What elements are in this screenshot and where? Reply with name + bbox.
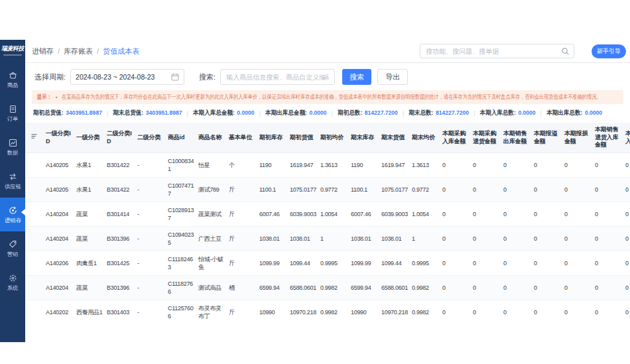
table-cell: 0 [592,202,622,226]
chart-icon [8,138,18,148]
row-gutter-cell [25,153,42,177]
summary-separator: | [473,109,475,117]
breadcrumb: 进销存/库存账表/货值成本表 [32,46,139,56]
table-cell: 斤 [225,178,256,202]
row-gutter-cell [25,178,42,202]
table-cell: C11257606 [164,300,195,323]
sidebar-item-goods[interactable]: 商品 [0,62,25,96]
search-icon[interactable] [561,47,570,56]
table-row: A140205水果1B301422-C10008341恒星个11901619.9… [25,153,630,178]
table-cell: 0 [470,300,500,323]
sidebar-item-label: 系统 [7,285,19,290]
row-gutter-cell [25,202,42,226]
table-cell: 0 [500,153,531,177]
table-cell: C11182463 [164,251,195,275]
search-button[interactable]: 搜索 [342,69,371,85]
table-cell: 1.3613 [409,153,439,177]
gear-icon [8,273,18,283]
table-cell: 0 [439,300,470,323]
breadcrumb-item[interactable]: 货值成本表 [103,46,139,56]
table-cell: 0 [439,276,470,300]
table-cell: - [134,202,164,226]
sidebar-item-marketing[interactable]: 营销 [0,231,25,265]
export-button[interactable]: 导出 [377,69,408,85]
column-header: 基本单位 [225,123,256,152]
product-search-input[interactable] [220,69,335,85]
guide-button[interactable]: 新手引导 [592,44,626,58]
sidebar-item-label: 营销 [7,251,19,257]
table-cell: - [134,153,164,177]
summary-value: 0.0000 [518,109,535,116]
breadcrumb-item[interactable]: 进销存 [32,46,54,56]
table-cell: 西餐用品1 [73,300,103,323]
table-cell: 0 [500,202,531,226]
global-search-input[interactable] [426,48,558,55]
table-cell: 1 [409,227,439,251]
table-cell: 0 [531,276,561,300]
date-range-picker[interactable]: 2024-08-23 ~ 2024-08-23 [70,69,184,85]
column-header: 一级分类 [73,123,103,152]
table-cell: 1038.01 [286,227,317,251]
supply-chain-icon [8,172,18,182]
table-cell: 0 [622,300,630,323]
breadcrumb-separator: / [97,47,99,55]
row-gutter-cell [25,251,42,275]
notice-prefix: 提示： [37,93,52,101]
table-cell: B301396 [103,227,134,251]
table-cell: 0 [531,153,561,177]
topbar-right: 新手引导 [420,44,626,58]
column-header: 本期采购入库金额 [439,123,470,152]
summary-separator: | [403,109,404,117]
sidebar-item-system[interactable]: 系统 [0,265,25,299]
global-search [420,44,574,58]
summary-value: 3403951.8987 [146,109,182,116]
table-cell: 0 [592,300,622,323]
notice-bullet: • [56,94,58,101]
table-cell: 6588.0601 [378,276,409,300]
table-cell: - [134,227,164,251]
column-header: 二级分类ID [103,123,134,152]
table-cell: 1075.0177 [378,178,409,202]
sidebar-item-data[interactable]: 数据 [0,130,25,164]
sidebar-item-inventory[interactable]: 进销存 [0,198,25,231]
filter-bar: 选择周期: 2024-08-23 ~ 2024-08-23 搜索: 搜索 导出 [25,63,630,85]
table-row: A140204蔬菜B301414-C10289137蔬菜测试斤6007.4660… [25,202,630,227]
column-settings-cell[interactable] [25,123,42,152]
period-label: 选择周期: [34,72,66,82]
summary-separator: | [107,109,108,117]
table-cell: 蔬菜 [73,276,103,300]
table-cell: 0.9982 [409,300,439,323]
breadcrumb-item[interactable]: 库存账表 [64,46,93,56]
tag-icon [8,239,18,249]
sidebar: 瑞麦科技 商品订单数据供应链进销存营销系统 [0,40,25,342]
column-header: 期末货值 [378,123,409,152]
table-cell: 10970.218 [286,300,317,323]
table-cell: 0 [500,227,531,251]
table-cell: 斤 [225,227,256,251]
table-cell: 6599.94 [347,276,378,300]
row-gutter-cell [25,276,42,300]
table-cell: 蔬菜测试 [195,202,225,226]
sidebar-item-supply-chain[interactable]: 供应链 [0,164,25,198]
summary-label: 期末总货值: [113,109,144,116]
table-cell: 1038.01 [378,227,409,251]
sidebar-item-label: 订单 [7,116,19,121]
table-cell: 6007.46 [256,202,286,226]
summary-value: 0.0000 [237,109,254,116]
cost-table: 一级分类ID一级分类二级分类ID二级分类商品id商品名称基本单位期初库存期初货值… [25,123,630,323]
table-cell: 0 [470,178,500,202]
app-logo: 瑞麦科技 [0,40,25,53]
table-cell: 1100.1 [256,178,286,202]
table-cell: 斤 [225,202,256,226]
summary-item: 期末总货值:3403951.8987 [113,109,182,117]
table-cell: 0 [622,153,630,177]
sidebar-item-orders[interactable]: 订单 [0,96,25,130]
table-cell: 1 [317,227,347,251]
notice-bar: 提示： • 在某商品库存为负的情况下，库存均价会在此商品下一次入库时更新为的此次… [32,90,623,104]
table-cell: 0 [561,202,592,226]
table-cell: C10289137 [164,202,195,226]
table-cell: 0 [531,300,561,323]
column-header: 期初货值 [286,123,317,152]
table-cell: 1099.99 [256,251,286,275]
table-cell: 1100.1 [347,178,378,202]
